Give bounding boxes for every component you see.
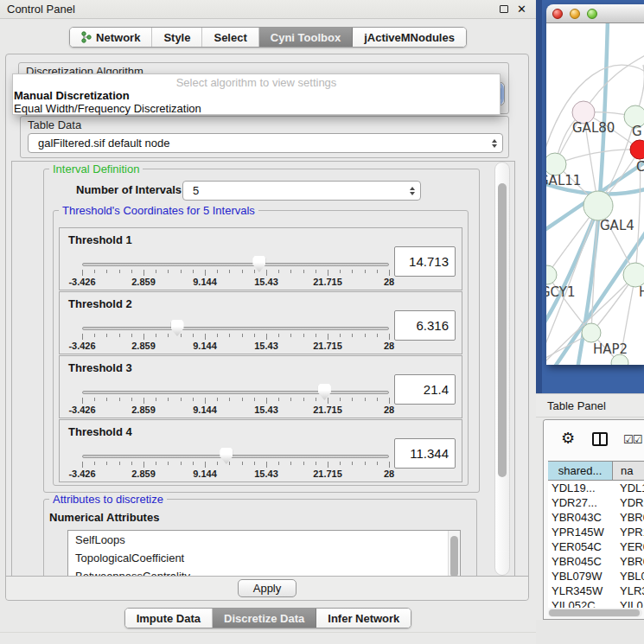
close-icon[interactable]: ✕ [517, 2, 526, 17]
number-of-intervals-combo[interactable]: 5 [182, 181, 421, 201]
checkbox-icons[interactable]: ☑☑ [623, 433, 641, 446]
tab-label: Network [96, 31, 140, 44]
tab-label: Select [214, 31, 246, 44]
gear-icon[interactable]: ⚙ [561, 430, 575, 447]
table-row[interactable]: YBR043CYBR0 [548, 511, 644, 526]
table-hscrollbar-thumb[interactable] [549, 609, 640, 616]
cell-name[interactable]: YDL1 [614, 481, 644, 496]
slider-track[interactable] [82, 391, 389, 394]
cell-shared-name[interactable]: YBR045C [548, 555, 614, 570]
tab-style[interactable]: Style [152, 28, 202, 47]
cell-shared-name[interactable]: YDR27... [548, 496, 614, 511]
tab-label: jActiveMNodules [364, 31, 455, 44]
network-node-label: G [632, 124, 642, 139]
attribute-list-item[interactable]: SelfLoops [68, 531, 460, 549]
cell-name[interactable]: YBR0 [614, 511, 644, 526]
bottom-tabs-segments: Impute DataDiscretize DataInfer Network [124, 608, 412, 628]
slider-track[interactable] [82, 263, 389, 266]
network-edge[interactable] [583, 54, 644, 112]
numerical-attributes-list[interactable]: SelfLoopsTopologicalCoefficientBetweenne… [67, 530, 461, 577]
cell-shared-name[interactable]: YDL19... [548, 481, 614, 496]
panel-scrollbar[interactable] [494, 162, 510, 576]
table-row[interactable]: YBR045CYBR0 [548, 555, 644, 570]
column-header-name[interactable]: na [613, 462, 644, 480]
network-edge[interactable] [555, 150, 640, 164]
network-node-label: GCY1 [546, 284, 576, 300]
cell-shared-name[interactable]: YER054C [548, 540, 614, 555]
up-arrow-icon [492, 139, 497, 143]
table-row[interactable]: YLR345WYLR3 [548, 584, 644, 599]
threshold-value-field[interactable]: 6.316 [394, 310, 456, 341]
tab-cyni-toolbox[interactable]: Cyni Toolbox [259, 28, 353, 47]
network-node-hap2[interactable] [582, 323, 601, 342]
table-row[interactable]: YER054CYER0 [548, 540, 644, 555]
cell-shared-name[interactable]: YBL079W [548, 570, 614, 584]
tab-discretize-data[interactable]: Discretize Data [213, 609, 316, 628]
tab-label: Cyni Toolbox [271, 31, 341, 44]
combo-stepper[interactable] [410, 187, 415, 195]
cell-name[interactable]: YBR0 [614, 555, 644, 570]
tab-jactivemnodules[interactable]: jActiveMNodules [353, 28, 466, 47]
network-edge-thick[interactable] [599, 23, 608, 207]
tab-infer-network[interactable]: Infer Network [316, 609, 411, 628]
settings-scroll-viewport: Interval Definition Number of Intervals … [11, 161, 515, 577]
attribute-list-item[interactable]: TopologicalCoefficient [68, 549, 460, 567]
table-row[interactable]: YDR27...YDR2 [548, 496, 644, 511]
cell-name[interactable]: YIL0 [614, 599, 644, 608]
cell-name[interactable]: YDR2 [614, 496, 644, 511]
empty-area [536, 620, 644, 644]
screen: Control Panel ✕ NetworkStyleSelectCyni T… [0, 0, 644, 644]
slider-tick-labels: -3.4262.8599.14415.4321.71528 [82, 405, 389, 415]
network-node-label: GAL4 [600, 218, 634, 233]
cell-shared-name[interactable]: YBR043C [548, 511, 614, 526]
float-window-icon[interactable] [500, 5, 508, 13]
column-header-shared-name[interactable]: shared... [548, 462, 613, 480]
tab-network[interactable]: Network [70, 28, 152, 47]
cell-shared-name[interactable]: YPR145W [548, 526, 614, 540]
threshold-value-field[interactable]: 21.4 [394, 374, 456, 405]
cell-shared-name[interactable]: YIL052C [548, 599, 614, 608]
table-data-combo[interactable]: galFiltered.sif default node [28, 133, 503, 153]
cell-name[interactable]: YER0 [614, 540, 644, 555]
network-node-gal4[interactable] [583, 191, 613, 220]
threshold-value-field[interactable]: 14.713 [394, 246, 456, 277]
minimize-traffic-light-icon[interactable] [570, 9, 580, 19]
network-node-h[interactable] [623, 263, 644, 287]
list-scrollbar-thumb[interactable] [450, 536, 458, 577]
network-node-c[interactable] [630, 140, 644, 159]
cell-name[interactable]: YPR1 [614, 526, 644, 540]
cell-name[interactable]: YBL0 [614, 570, 644, 584]
threshold-value-field[interactable]: 11.344 [394, 438, 456, 469]
zoom-traffic-light-icon[interactable] [587, 9, 597, 19]
cell-shared-name[interactable]: YLR345W [548, 584, 614, 599]
network-window-titlebar[interactable] [546, 4, 644, 23]
cell-name[interactable]: YLR3 [614, 584, 644, 599]
slider-track[interactable] [82, 455, 389, 458]
slider-ticks [82, 462, 389, 469]
threshold-row: Threshold 1-3.4262.8599.14415.4321.71528… [59, 227, 462, 290]
tab-impute-data[interactable]: Impute Data [125, 609, 213, 628]
threshold-label: Threshold 2 [68, 297, 132, 310]
algorithm-option[interactable]: Manual Discretization [13, 89, 500, 102]
top-tab-bar: NetworkStyleSelectCyni ToolboxjActiveMNo… [0, 27, 536, 48]
thresholds-group-title: Threshold's Coordinates for 5 Intervals [59, 204, 258, 217]
algorithm-option[interactable]: Equal Width/Frequency Discretization [13, 102, 500, 115]
list-scrollbar[interactable] [448, 531, 460, 577]
threshold-label: Threshold 4 [68, 425, 132, 438]
split-column-icon[interactable] [592, 432, 608, 446]
table-row[interactable]: YIL052CYIL0 [548, 599, 644, 608]
tab-select[interactable]: Select [202, 28, 258, 47]
network-canvas[interactable]: GAL80GCGAL11GAL4GCY1HHAP2 [546, 23, 644, 365]
threshold-row: Threshold 2-3.4262.8599.14415.4321.71528… [59, 291, 462, 354]
close-traffic-light-icon[interactable] [552, 9, 563, 19]
table-row[interactable]: YPR145WYPR1 [548, 526, 644, 540]
panel-scrollbar-thumb[interactable] [498, 183, 507, 477]
down-arrow-icon [492, 144, 497, 148]
network-node-gcy1[interactable] [546, 265, 557, 284]
apply-button[interactable]: Apply [238, 579, 296, 597]
combo-stepper[interactable] [492, 139, 497, 148]
table-hscrollbar[interactable] [548, 609, 642, 617]
table-row[interactable]: YDL19...YDL1 [548, 481, 644, 496]
table-row[interactable]: YBL079WYBL0 [548, 570, 644, 584]
slider-track[interactable] [82, 327, 389, 330]
